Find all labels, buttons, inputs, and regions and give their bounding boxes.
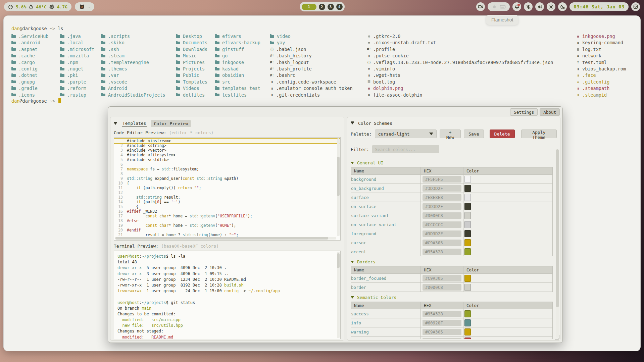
hex-value-field[interactable]: #3D3D2F <box>423 185 461 192</box>
color-swatch[interactable] <box>464 319 471 326</box>
about-button[interactable]: About <box>540 108 560 116</box>
collapse-icon[interactable] <box>351 122 354 124</box>
color-swatch[interactable] <box>464 328 471 335</box>
color-name-cell[interactable]: accent <box>351 247 421 256</box>
settings-button[interactable]: Settings <box>510 108 538 116</box>
new-palette-button[interactable]: + New <box>440 130 461 138</box>
scrollbar-thumb[interactable] <box>115 237 328 240</box>
color-swatch[interactable] <box>464 248 471 255</box>
color-swatch[interactable] <box>464 239 471 246</box>
color-list: General UINameHEXColorbackground#F5F5F5o… <box>351 158 553 339</box>
color-swatch[interactable] <box>464 194 471 201</box>
night-light-button[interactable] <box>558 2 567 11</box>
color-name-cell[interactable]: foreground <box>351 229 421 238</box>
volume-button[interactable] <box>535 2 544 11</box>
code-editor-vscrollbar[interactable] <box>337 138 340 236</box>
line-number: 11 <box>114 186 123 190</box>
system-stats-pill[interactable]: 5.8% 48°C 4.7G <box>4 2 71 11</box>
hex-value-field[interactable]: #95A328 <box>423 311 461 317</box>
tab-templates[interactable]: Templates <box>122 120 147 127</box>
color-name-cell[interactable]: on_surface <box>351 202 421 211</box>
scrollbar-thumb[interactable] <box>337 157 340 196</box>
file-entry: .bash_logout <box>270 59 353 66</box>
color-swatch[interactable] <box>464 230 471 237</box>
inactive-tools-pill[interactable] <box>488 2 510 11</box>
color-name-cell[interactable]: surface_variant <box>351 211 421 220</box>
delete-button[interactable]: Delete <box>490 130 515 138</box>
palette-select[interactable]: cursed-light <box>375 130 437 138</box>
file-entry: Videos <box>176 85 207 92</box>
save-button[interactable]: Save <box>464 130 484 138</box>
workspace-1[interactable]: 1 <box>302 4 316 10</box>
color-name-cell[interactable]: warning <box>351 327 421 337</box>
color-swatch[interactable] <box>464 338 471 339</box>
hex-value-field[interactable]: #3D3D2F <box>423 203 461 210</box>
color-name-cell[interactable]: error <box>351 337 421 339</box>
editor-line: 14 if (path[0] == '~') <box>114 200 340 204</box>
file-entry: .cache <box>11 53 48 59</box>
color-swatch[interactable] <box>464 185 471 192</box>
file-name: test.toml <box>582 59 607 66</box>
folder-icon <box>60 94 64 96</box>
screen-record-button[interactable] <box>476 2 485 11</box>
tab-color-preview[interactable]: Color Preview <box>151 120 191 127</box>
color-swatch[interactable] <box>464 275 471 282</box>
color-name-cell[interactable]: background <box>351 175 421 184</box>
column-header: HEX <box>421 266 463 274</box>
filter-input[interactable] <box>372 145 439 153</box>
hex-value-field[interactable]: #C9A305 <box>423 275 461 281</box>
prompt-line-current[interactable]: dan@darkgoose ~> <box>11 98 61 104</box>
apply-theme-button[interactable]: Apply Theme <box>521 130 557 138</box>
color-swatch[interactable] <box>464 176 471 183</box>
scrollbar-thumb[interactable] <box>556 149 559 307</box>
color-swatch[interactable] <box>464 284 471 291</box>
section-header-semantic-colors[interactable]: Semantic Colors <box>351 294 553 301</box>
notifications-button[interactable] <box>512 2 521 11</box>
color-list-vscrollbar[interactable] <box>556 149 559 338</box>
color-name-cell[interactable]: info <box>351 318 421 327</box>
hex-value-field[interactable]: #CCCCCC <box>423 221 461 228</box>
file-name: .v8flags.13.6.233.10-node.27.9180b4da3f0… <box>373 59 553 66</box>
color-swatch[interactable] <box>464 212 471 219</box>
workspace-4[interactable]: 4 <box>336 4 343 10</box>
color-swatch[interactable] <box>464 310 471 317</box>
brightness-button[interactable] <box>547 2 555 11</box>
hex-value-field[interactable]: #D0D0C8 <box>423 212 461 219</box>
code-editor-hscrollbar[interactable] <box>115 237 336 240</box>
section-header-borders[interactable]: Borders <box>351 258 553 265</box>
terminal-preview-vscrollbar[interactable] <box>337 252 340 338</box>
collapse-icon[interactable] <box>114 122 117 125</box>
hex-value-field[interactable]: #B44242 <box>423 338 461 339</box>
color-swatch[interactable] <box>464 203 471 210</box>
terminal-line: -rw-r--r-- 1 user group 1234 Dec 2 10:30… <box>117 277 340 282</box>
hex-value-field[interactable]: #C9A305 <box>423 329 461 335</box>
power-menu-button[interactable] <box>631 2 640 11</box>
hex-value-field[interactable]: #95A328 <box>423 249 461 255</box>
hex-value-field[interactable]: #F5F5F5 <box>423 176 461 183</box>
hex-value-field[interactable]: #60928F <box>423 320 461 326</box>
table-row: cursor#C9A305 <box>351 238 553 247</box>
workspace-2[interactable]: 2 <box>319 4 325 10</box>
color-swatch[interactable] <box>464 221 471 228</box>
section-header-general-ui[interactable]: General UI <box>351 159 553 166</box>
color-name-cell[interactable]: cursor <box>351 238 421 247</box>
color-name-cell[interactable]: surface <box>351 193 421 202</box>
scrollbar-thumb[interactable] <box>337 253 340 268</box>
file-name: .bashrc <box>276 72 295 79</box>
hex-value-field[interactable]: #D0D0C8 <box>423 284 461 291</box>
color-name-cell[interactable]: on_surface_variant <box>351 220 421 229</box>
hex-value-field[interactable]: #C9A305 <box>423 240 461 246</box>
workspace-3[interactable]: 3 <box>328 4 334 10</box>
color-table: NameHEXColorsuccess#95A328info#60928Fwar… <box>351 302 553 339</box>
color-name-cell[interactable]: success <box>351 309 421 318</box>
hex-value-field[interactable]: #E8E8E8 <box>423 194 461 201</box>
bluetooth-button[interactable] <box>524 2 533 11</box>
color-name-cell[interactable]: on_background <box>351 184 421 193</box>
resize-handle[interactable] <box>555 335 559 340</box>
color-name-cell[interactable]: border_focused <box>351 274 421 283</box>
clock-pill[interactable]: 03:46 Sat, Jan 03 <box>569 2 629 11</box>
hex-value-field[interactable]: #3D3D2F <box>423 230 461 237</box>
color-name-cell[interactable]: border <box>351 283 421 292</box>
terminal-taskbar-pill[interactable]: ~ <box>75 2 94 11</box>
terminal-token: -rw-r--r-- 1 user group 1234 Dec 2 10:30… <box>117 277 246 282</box>
